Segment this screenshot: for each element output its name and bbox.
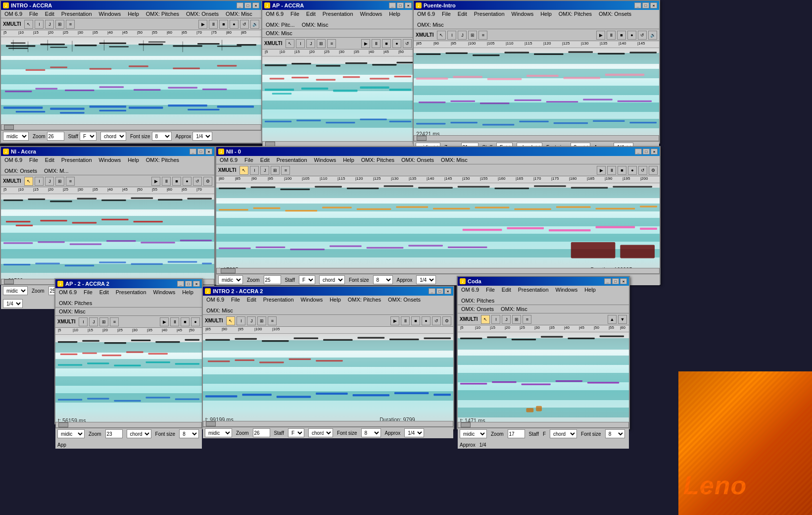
window-controls[interactable]: _ □ × (177, 281, 200, 287)
menu-presentation[interactable]: Presentation (114, 289, 148, 296)
minimize-btn[interactable]: _ (177, 281, 184, 287)
grid-tool[interactable]: ⊞ (468, 31, 477, 40)
cursor-tool[interactable]: ↖ (226, 316, 235, 325)
pencil-tool[interactable]: I (447, 31, 456, 40)
mode2-select[interactable]: chord (308, 428, 333, 437)
cursor-tool[interactable]: ↖ (286, 39, 294, 48)
window-controls[interactable]: _ □ × (389, 2, 412, 8)
score-area[interactable]: |5 |10 |15 |20 |25 |30 |35 |40 |45 |50 |… (458, 325, 629, 422)
menu-presentation[interactable]: Presentation (473, 10, 506, 17)
maximize-btn[interactable]: □ (197, 149, 204, 154)
minimize-btn[interactable]: _ (237, 2, 243, 8)
scrollbar-thumb[interactable] (461, 422, 471, 427)
pause-btn[interactable]: ⏸ (607, 31, 616, 40)
stop-btn[interactable]: ■ (411, 316, 420, 325)
play-btn[interactable]: ▶ (390, 316, 399, 325)
minimize-btn[interactable]: _ (190, 149, 196, 154)
pencil-tool[interactable]: I (79, 317, 88, 326)
menu-omx-misc[interactable]: OMX: Misc (499, 306, 529, 312)
score-area[interactable]: |5 |10 |15 |20 |25 |30 |35 |40 |45 |50 |… (1, 187, 214, 279)
menu-om[interactable]: OM 6.9 (416, 10, 436, 17)
menu-file[interactable]: File (28, 156, 40, 163)
zoom-input[interactable] (47, 132, 64, 141)
menu-help[interactable]: Help (583, 286, 597, 293)
score-area[interactable]: |5 |10 |15 |20 |25 |30 |35 |40 |45 |50 (55, 328, 202, 422)
window-controls[interactable]: _ □ × (237, 2, 259, 8)
scrollbar-thumb[interactable] (221, 268, 236, 273)
menu-edit[interactable]: Edit (98, 289, 110, 296)
play-btn[interactable]: ▶ (361, 39, 370, 48)
menu-presentation[interactable]: Presentation (60, 10, 94, 17)
menu-omx-onsets[interactable]: OMX: Onsets (185, 10, 220, 17)
speaker-btn[interactable]: 🔊 (250, 20, 259, 29)
window-ni-accra[interactable]: ♩ NI - Accra _ □ × OM 6.9 File Edit Pres… (0, 146, 215, 285)
mode-select[interactable]: midic (3, 286, 28, 295)
menu-windows[interactable]: Windows (97, 156, 123, 163)
menu-help[interactable]: Help (126, 10, 141, 17)
menu-help[interactable]: Help (341, 156, 356, 163)
eraser-tool[interactable]: J (45, 20, 54, 29)
list-tool[interactable]: ≡ (478, 31, 487, 40)
menu-file[interactable]: File (230, 296, 241, 303)
window-intro-accra[interactable]: ♩ INTRO - ACCRA _ □ × OM 6.9 File Edit P… (0, 0, 262, 144)
menu-windows[interactable]: Windows (299, 296, 325, 303)
minimize-btn[interactable]: _ (429, 288, 435, 294)
menu-file[interactable]: File (28, 10, 40, 17)
menu-om[interactable]: OM 6.9 (460, 286, 480, 293)
menu-file[interactable]: File (440, 10, 452, 17)
maximize-btn[interactable]: □ (643, 149, 650, 154)
menu-omx-onsets[interactable]: OMX: Onsets (386, 296, 422, 303)
pencil-tool[interactable]: I (237, 316, 245, 325)
menu-omx-pitches[interactable]: OMX: Pitc... (264, 21, 296, 28)
menu-edit[interactable]: Edit (44, 156, 56, 163)
eraser-tool[interactable]: J (45, 177, 54, 186)
cursor-tool[interactable]: ↖ (24, 20, 33, 29)
menu-windows[interactable]: Windows (510, 10, 535, 17)
loop-btn[interactable]: ↺ (240, 20, 249, 29)
grid-tool[interactable]: ⊞ (271, 166, 280, 175)
cursor-tool[interactable]: ↖ (437, 31, 446, 40)
approx-select[interactable]: 1/4 (3, 299, 23, 308)
menu-edit[interactable]: Edit (500, 286, 513, 293)
list-tool[interactable]: ≡ (66, 20, 75, 29)
staff-select[interactable]: F (299, 275, 315, 284)
window-controls[interactable]: _ □ × (635, 149, 658, 154)
menu-omx-misc[interactable]: OMX: Misc (439, 156, 469, 163)
window-controls[interactable]: _ □ × (604, 278, 627, 284)
list-tool[interactable]: ≡ (66, 177, 75, 186)
fontsize-select[interactable]: 8 (361, 428, 381, 437)
score-visualization[interactable]: t: 61500 ms Duration: (1, 194, 214, 279)
scrollbar-thumb[interactable] (4, 125, 14, 130)
menu-file[interactable]: File (243, 156, 255, 163)
restore-btn[interactable]: □ (612, 278, 619, 284)
window-coda[interactable]: ♩ Coda _ □ × OM 6.9 File Edit Presentati… (457, 276, 630, 429)
scrollbar-thumb[interactable] (206, 421, 216, 426)
menu-omx-pitches[interactable]: OMX: Pitches (144, 156, 181, 163)
fontsize-select[interactable]: 8 (179, 429, 199, 438)
mode-select[interactable]: midic (218, 275, 243, 284)
menu-edit[interactable]: Edit (44, 10, 56, 17)
record-btn[interactable]: ● (628, 166, 637, 175)
scrollbar-thumb[interactable] (4, 279, 14, 284)
menu-file[interactable]: File (289, 10, 301, 17)
minimize-btn[interactable]: _ (634, 2, 641, 8)
loop-btn[interactable]: ↺ (403, 39, 412, 48)
eraser-tool[interactable]: J (260, 166, 269, 175)
menu-edit[interactable]: Edit (456, 10, 469, 17)
menu-file[interactable]: File (82, 289, 94, 296)
menu-file[interactable]: File (484, 286, 496, 293)
list-tool[interactable]: ≡ (110, 317, 119, 326)
menu-help[interactable]: Help (539, 10, 553, 17)
grid-tool[interactable]: ⊞ (512, 315, 521, 324)
menu-help[interactable]: Help (126, 156, 141, 163)
score-area[interactable]: |5 |10 |15 |20 |25 |30 |35 |40 |45 |50 |… (1, 30, 261, 124)
score-visualization[interactable]: 22421 ms Duration: 130607 ms (414, 48, 659, 135)
menu-omx-pitches[interactable]: OMX: Pitches (144, 10, 181, 17)
staff-select[interactable]: F (288, 428, 304, 437)
menu-omx-onsets[interactable]: OMX: Onsets (597, 10, 633, 17)
menu-help[interactable]: Help (181, 289, 195, 296)
menu-omx-pitches[interactable]: OMX: Pitches (346, 296, 382, 303)
menu-omx-misc[interactable]: OMX: Misc (224, 10, 254, 17)
fontsize-select[interactable]: 8 (373, 275, 393, 284)
menu-om[interactable]: OM 6.9 (3, 156, 24, 163)
